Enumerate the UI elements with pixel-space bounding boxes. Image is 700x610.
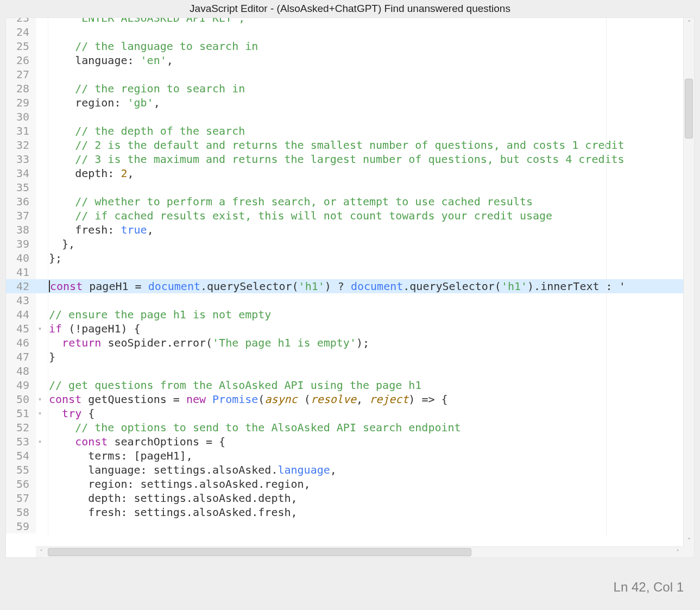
line-number: 51 [6, 406, 36, 420]
code-text: }, [48, 237, 683, 251]
code-line[interactable]: 29 region: 'gb', [6, 96, 683, 110]
line-number: 56 [6, 477, 36, 491]
code-text: 'The page h1 is empty' [212, 336, 356, 349]
code-line-active[interactable]: 42 const pageH1 = document.querySelector… [6, 279, 683, 293]
code-line[interactable]: 36 // whether to perform a fresh search,… [6, 194, 683, 209]
fold-gutter [36, 449, 48, 463]
fold-gutter [36, 25, 48, 39]
code-text: ) => { [408, 393, 447, 406]
code-area[interactable]: 23 'ENTER ALSOASKED API KEY', 24 25 // t… [6, 18, 683, 546]
code-line[interactable]: 43 [6, 293, 683, 307]
code-text: // if cached results exist, this will no… [49, 209, 552, 222]
fold-toggle-icon[interactable]: ▾ [36, 406, 48, 420]
code-line[interactable]: 25 // the language to search in [6, 39, 683, 53]
code-line[interactable]: 27 [6, 67, 683, 81]
line-number: 45 [6, 322, 36, 336]
line-number: 55 [6, 463, 36, 477]
code-line[interactable]: 40 }; [6, 251, 683, 265]
code-line[interactable]: 33 // 3 is the maximum and returns the l… [6, 152, 683, 166]
code-line[interactable]: 44 // ensure the page h1 is not empty [6, 307, 683, 322]
horizontal-scroll-thumb[interactable] [48, 548, 471, 556]
line-number: 39 [6, 237, 36, 251]
code-line[interactable]: 49 // get questions from the AlsoAsked A… [6, 378, 683, 392]
code-line[interactable]: 23 'ENTER ALSOASKED API KEY', [6, 18, 683, 25]
code-text [48, 293, 683, 307]
vertical-scrollbar[interactable]: ˄ ˅ [683, 18, 694, 546]
code-line[interactable]: 41 [6, 265, 683, 279]
code-text: document [351, 280, 403, 293]
code-text: (!pageH1) { [62, 322, 141, 335]
code-text: 'h1' [299, 280, 325, 293]
scroll-up-icon[interactable]: ˄ [684, 18, 694, 29]
line-number: 29 [6, 96, 36, 110]
line-number: 42 [6, 279, 36, 293]
code-text: { [81, 407, 94, 420]
editor-outer: 23 'ENTER ALSOASKED API KEY', 24 25 // t… [0, 17, 700, 558]
code-text [48, 364, 683, 378]
code-line[interactable]: 48 [6, 364, 683, 378]
code-line[interactable]: 26 language: 'en', [6, 53, 683, 67]
code-text [48, 25, 683, 39]
code-line[interactable]: 35 [6, 180, 683, 194]
line-number: 50 [6, 392, 36, 406]
code-line[interactable]: 56 region: settings.alsoAsked.region, [6, 477, 683, 491]
code-line[interactable]: 57 depth: settings.alsoAsked.depth, [6, 491, 683, 505]
fold-gutter [36, 265, 48, 279]
line-number: 26 [6, 53, 36, 67]
code-text: fresh: settings.alsoAsked.fresh, [48, 505, 683, 519]
scroll-down-icon[interactable]: ˅ [684, 536, 694, 546]
fold-toggle-icon[interactable]: ▾ [36, 392, 48, 406]
code-line[interactable]: 50▾ const getQuestions = new Promise(asy… [6, 392, 683, 406]
code-text: async [264, 393, 297, 406]
code-text: seoSpider.error( [101, 336, 212, 349]
line-number: 23 [6, 18, 36, 25]
vertical-scroll-thumb[interactable] [685, 79, 693, 139]
code-line[interactable]: 31 // the depth of the search [6, 124, 683, 138]
code-line[interactable]: 55 language: settings.alsoAsked.language… [6, 463, 683, 477]
code-line[interactable]: 47 } [6, 350, 683, 364]
code-line[interactable]: 24 [6, 25, 683, 39]
code-text: document [148, 280, 200, 293]
code-line[interactable]: 28 // the region to search in [6, 81, 683, 96]
horizontal-scrollbar[interactable]: ˂ ˃ [36, 546, 683, 557]
fold-toggle-icon[interactable]: ▾ [36, 322, 48, 336]
code-line[interactable]: 32 // 2 is the default and returns the s… [6, 138, 683, 152]
fold-gutter [36, 18, 48, 25]
line-number: 30 [6, 110, 36, 124]
code-text: , [147, 223, 154, 236]
code-line[interactable]: 39 }, [6, 237, 683, 251]
code-text: , [167, 54, 173, 67]
line-number: 52 [6, 420, 36, 435]
code-line[interactable]: 58 fresh: settings.alsoAsked.fresh, [6, 505, 683, 519]
code-line[interactable]: 30 [6, 110, 683, 124]
code-line[interactable]: 37 // if cached results exist, this will… [6, 209, 683, 223]
code-text: fresh: [49, 223, 121, 236]
code-text: depth: settings.alsoAsked.depth, [48, 491, 683, 505]
code-text [48, 110, 683, 124]
code-line[interactable]: 53▾ const searchOptions = { [6, 435, 683, 449]
code-line[interactable]: 52 // the options to send to the AlsoAsk… [6, 420, 683, 435]
code-line[interactable]: 51▾ try { [6, 406, 683, 420]
code-text: true [121, 223, 147, 236]
code-text: searchOptions = { [108, 435, 225, 448]
code-text: 'en' [141, 54, 167, 67]
code-line[interactable]: 54 terms: [pageH1], [6, 449, 683, 463]
code-text: ( [258, 393, 264, 406]
code-line[interactable]: 34 depth: 2, [6, 166, 683, 180]
line-number: 28 [6, 81, 36, 96]
code-line[interactable]: 45▾ if (!pageH1) { [6, 322, 683, 336]
line-number: 57 [6, 491, 36, 505]
code-line[interactable]: 38 fresh: true, [6, 223, 683, 237]
code-line[interactable]: 46 return seoSpider.error('The page h1 i… [6, 336, 683, 350]
scrollbar-corner [683, 546, 694, 557]
scroll-right-icon[interactable]: ˃ [672, 547, 683, 557]
code-line[interactable]: 59 [6, 519, 683, 533]
code-text: pageH1 = [83, 280, 148, 293]
fold-gutter [36, 209, 48, 223]
fold-toggle-icon[interactable]: ▾ [36, 435, 48, 449]
scroll-left-icon[interactable]: ˂ [36, 547, 47, 557]
line-number: 59 [6, 519, 36, 533]
fold-gutter [36, 53, 48, 67]
code-text [48, 180, 683, 194]
code-text: .querySelector( [403, 280, 501, 293]
